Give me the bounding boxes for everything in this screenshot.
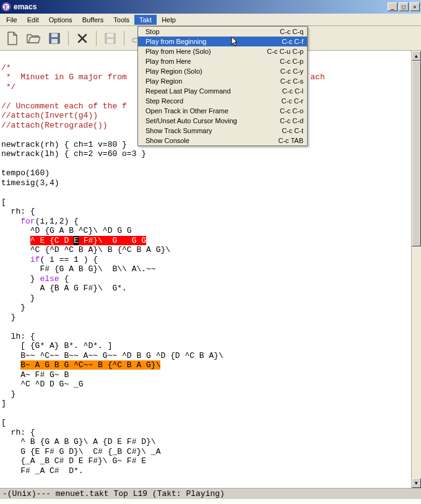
menu-item-repeat-last-play[interactable]: Repeat Last Play Command C-c C-l <box>138 86 307 96</box>
menu-item-stop[interactable]: Stop C-c C-q <box>138 27 307 37</box>
code-line: F# {G A B G}\ B\\ A\.~~ <box>1 264 156 274</box>
mode-line: -(Unix)--- menuet.takt Top L19 (Takt: Pl… <box>0 488 421 499</box>
vertical-scrollbar[interactable]: ▴ ▾ <box>411 51 421 488</box>
menu-item-open-track-other-frame[interactable]: Open Track in Other Frame C-c C-o <box>138 106 307 116</box>
svg-rect-8 <box>107 39 113 43</box>
code-line: tempo(160) <box>1 168 50 178</box>
code-line: timesig(3,4) <box>1 178 59 188</box>
code-line: ^D {G A B ^C}\ ^D G G <box>1 226 132 235</box>
menu-help[interactable]: Help <box>157 15 181 25</box>
new-file-icon <box>6 32 19 45</box>
menu-item-step-record[interactable]: Step Record C-c C-r <box>138 96 307 106</box>
mouse-cursor-icon <box>231 37 240 48</box>
code-line: F# _A C# D*. <box>1 466 84 476</box>
menu-item-play-region-solo[interactable]: Play Region (Solo) C-c C-y <box>138 66 307 76</box>
takt-dropdown-menu: Stop C-c C-q Play from Beginning C-c C-f… <box>137 26 308 146</box>
code-line: A~ F# G~ B <box>1 370 69 380</box>
code-line: [ <box>1 198 6 207</box>
close-x-button[interactable] <box>74 30 91 47</box>
menu-item-show-console[interactable]: Show Console C-c TAB <box>138 136 307 146</box>
code-line: } else { <box>1 274 69 284</box>
toolbar-separator <box>124 31 124 46</box>
code-line: G {E F# G D}\ C# {_B C#}\ _A <box>1 447 160 456</box>
highlight-orange: B~ A G B G ^C~~ B {^C B A G}\ <box>20 360 160 370</box>
code-line: newtrack(rh) { ch=1 v=80 } <box>1 140 127 149</box>
menu-buffers[interactable]: Buffers <box>77 15 109 25</box>
app-icon: E <box>1 2 11 12</box>
menu-takt[interactable]: Takt <box>134 15 157 25</box>
menu-item-play-region[interactable]: Play Region C-c C-s <box>138 76 307 86</box>
code-line: [ {G* A} B*. ^D*. ] <box>1 341 112 350</box>
menu-options[interactable]: Options <box>44 15 77 25</box>
svg-rect-4 <box>51 33 58 37</box>
code-line: for(i,1,2) { <box>1 217 79 226</box>
code-line: //attach(Retrograde()) <box>1 121 108 130</box>
code-line: rh: { <box>1 428 35 437</box>
menu-item-play-from-here[interactable]: Play from Here C-c C-p <box>138 56 307 66</box>
menu-edit[interactable]: Edit <box>22 15 44 25</box>
code-line: //attach(Invert(g4)) <box>1 111 98 120</box>
svg-rect-7 <box>107 33 113 37</box>
menu-item-play-from-here-solo[interactable]: Play from Here (Solo) C-c C-u C-p <box>138 46 307 56</box>
new-file-button[interactable] <box>4 30 21 47</box>
menu-file[interactable]: File <box>1 15 22 25</box>
window-title: emacs <box>14 2 386 11</box>
code-line: ^C {^D ^C B A}\ B {^C B A G}\ <box>1 245 170 254</box>
code-line: if( i == 1 ) { <box>1 255 98 264</box>
save-button[interactable] <box>46 30 63 47</box>
save-disk-button[interactable] <box>102 30 119 47</box>
code-line: rh: { <box>1 207 35 216</box>
scroll-down-button[interactable]: ▾ <box>412 478 421 488</box>
code-line: } <box>1 389 15 399</box>
close-button[interactable]: ✕ <box>410 2 420 11</box>
title-bar: E emacs _ □ ✕ <box>0 0 421 14</box>
toolbar-separator <box>96 31 97 46</box>
svg-rect-5 <box>51 39 58 43</box>
code-line: A {B A G F#}\ G*. <box>1 284 127 293</box>
open-file-icon <box>27 33 40 44</box>
code-line: } <box>1 293 35 303</box>
menu-item-play-from-beginning[interactable]: Play from Beginning C-c C-f <box>138 37 307 46</box>
disk-icon <box>104 32 116 45</box>
code-line: ^ B {G A B G}\ A {D E F# D}\ <box>1 437 156 446</box>
maximize-button[interactable]: □ <box>399 2 409 11</box>
scroll-track[interactable] <box>412 61 421 478</box>
code-line: [ <box>1 418 6 427</box>
code-line: } <box>1 303 25 312</box>
scroll-thumb[interactable] <box>412 61 421 246</box>
code-line: // Uncomment each of the f <box>1 102 127 111</box>
minibuffer[interactable] <box>0 499 421 504</box>
svg-text:E: E <box>4 4 9 11</box>
code-line: ^ E {C D E F#}\ G G G <box>1 236 146 245</box>
code-line: newtrack(lh) { ch=2 v=60 o=3 } <box>1 149 146 159</box>
code-line: ^C ^D D G~ _G <box>1 380 84 389</box>
minimize-button[interactable]: _ <box>388 2 397 11</box>
code-line: {_A _B C# D E F#}\ G~ F# E <box>1 456 146 466</box>
code-line: */ <box>1 82 15 92</box>
code-line: } <box>1 313 15 322</box>
toolbar-separator <box>68 31 69 46</box>
menu-item-auto-cursor-moving[interactable]: Set/Unset Auto Cursor Moving C-c C-d <box>138 116 307 126</box>
code-line: /* <box>1 63 11 72</box>
code-line: B~~ ^C~~ B~~ A~~ G~~ ^D B G ^D {D ^C B A… <box>1 351 224 360</box>
code-line: ] <box>1 399 6 408</box>
open-file-button[interactable] <box>25 30 42 47</box>
menu-tools[interactable]: Tools <box>108 15 134 25</box>
code-line: lh: { <box>1 332 35 341</box>
save-icon <box>48 32 61 45</box>
close-icon <box>77 33 88 44</box>
code-line: B~ A G B G ^C~~ B {^C B A G}\ <box>1 360 160 370</box>
scroll-up-button[interactable]: ▴ <box>412 51 421 61</box>
highlight-red: ^ E {C D E F#}\ G G G <box>30 236 146 245</box>
menu-item-show-track-summary[interactable]: Show Track Summary C-c C-t <box>138 126 307 136</box>
menu-bar: File Edit Options Buffers Tools Takt Hel… <box>0 14 421 26</box>
